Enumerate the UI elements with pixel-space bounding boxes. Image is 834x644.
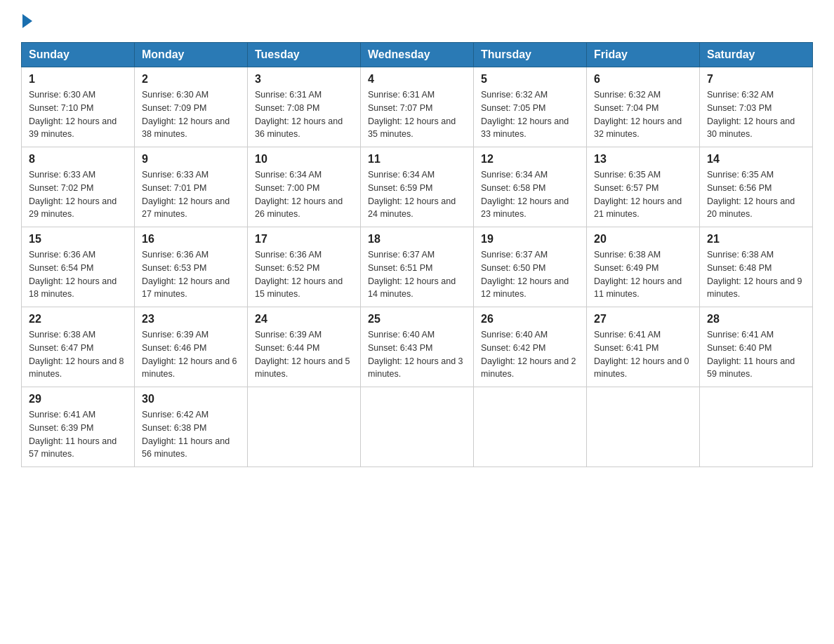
day-info: Sunrise: 6:40 AMSunset: 6:42 PMDaylight:… [481,328,579,381]
calendar-cell: 6 Sunrise: 6:32 AMSunset: 7:04 PMDayligh… [587,67,700,147]
day-info: Sunrise: 6:39 AMSunset: 6:46 PMDaylight:… [142,328,240,381]
day-info: Sunrise: 6:34 AMSunset: 6:59 PMDaylight:… [368,168,466,221]
day-info: Sunrise: 6:36 AMSunset: 6:54 PMDaylight:… [29,248,127,301]
day-number: 6 [594,73,692,86]
page-header [21,14,813,28]
day-number: 8 [29,153,127,166]
calendar-cell: 9 Sunrise: 6:33 AMSunset: 7:01 PMDayligh… [135,147,248,227]
day-number: 25 [368,313,466,326]
calendar-cell: 28 Sunrise: 6:41 AMSunset: 6:40 PMDaylig… [700,307,813,387]
calendar-cell: 21 Sunrise: 6:38 AMSunset: 6:48 PMDaylig… [700,227,813,307]
calendar-table: SundayMondayTuesdayWednesdayThursdayFrid… [21,42,813,467]
calendar-cell: 7 Sunrise: 6:32 AMSunset: 7:03 PMDayligh… [700,67,813,147]
day-number: 11 [368,153,466,166]
calendar-cell [361,387,474,467]
day-number: 4 [368,73,466,86]
header-day-tuesday: Tuesday [248,43,361,67]
day-info: Sunrise: 6:34 AMSunset: 7:00 PMDaylight:… [255,168,353,221]
day-info: Sunrise: 6:39 AMSunset: 6:44 PMDaylight:… [255,328,353,381]
logo [21,14,32,28]
calendar-cell: 20 Sunrise: 6:38 AMSunset: 6:49 PMDaylig… [587,227,700,307]
day-number: 30 [142,393,240,405]
day-number: 27 [594,313,692,326]
header-day-friday: Friday [587,43,700,67]
week-row-1: 1 Sunrise: 6:30 AMSunset: 7:10 PMDayligh… [22,67,813,147]
calendar-cell: 10 Sunrise: 6:34 AMSunset: 7:00 PMDaylig… [248,147,361,227]
calendar-cell: 2 Sunrise: 6:30 AMSunset: 7:09 PMDayligh… [135,67,248,147]
calendar-cell: 29 Sunrise: 6:41 AMSunset: 6:39 PMDaylig… [22,387,135,467]
day-info: Sunrise: 6:37 AMSunset: 6:50 PMDaylight:… [481,248,579,301]
calendar-cell: 11 Sunrise: 6:34 AMSunset: 6:59 PMDaylig… [361,147,474,227]
day-number: 15 [29,233,127,246]
day-number: 16 [142,233,240,246]
day-info: Sunrise: 6:37 AMSunset: 6:51 PMDaylight:… [368,248,466,301]
calendar-cell: 12 Sunrise: 6:34 AMSunset: 6:58 PMDaylig… [474,147,587,227]
header-day-thursday: Thursday [474,43,587,67]
day-info: Sunrise: 6:30 AMSunset: 7:10 PMDaylight:… [29,88,127,141]
day-number: 20 [594,233,692,246]
calendar-cell [248,387,361,467]
day-number: 10 [255,153,353,166]
week-row-2: 8 Sunrise: 6:33 AMSunset: 7:02 PMDayligh… [22,147,813,227]
day-info: Sunrise: 6:41 AMSunset: 6:39 PMDaylight:… [29,408,127,461]
calendar-cell: 3 Sunrise: 6:31 AMSunset: 7:08 PMDayligh… [248,67,361,147]
day-number: 14 [707,153,805,166]
week-row-4: 22 Sunrise: 6:38 AMSunset: 6:47 PMDaylig… [22,307,813,387]
day-info: Sunrise: 6:42 AMSunset: 6:38 PMDaylight:… [142,408,240,461]
calendar-cell: 16 Sunrise: 6:36 AMSunset: 6:53 PMDaylig… [135,227,248,307]
header-day-wednesday: Wednesday [361,43,474,67]
calendar-cell: 18 Sunrise: 6:37 AMSunset: 6:51 PMDaylig… [361,227,474,307]
calendar-cell: 27 Sunrise: 6:41 AMSunset: 6:41 PMDaylig… [587,307,700,387]
logo-triangle-icon [22,14,32,28]
header-day-saturday: Saturday [700,43,813,67]
day-number: 21 [707,233,805,246]
header-row: SundayMondayTuesdayWednesdayThursdayFrid… [22,43,813,67]
day-number: 5 [481,73,579,86]
calendar-cell: 5 Sunrise: 6:32 AMSunset: 7:05 PMDayligh… [474,67,587,147]
calendar-cell: 26 Sunrise: 6:40 AMSunset: 6:42 PMDaylig… [474,307,587,387]
day-info: Sunrise: 6:31 AMSunset: 7:07 PMDaylight:… [368,88,466,141]
week-row-5: 29 Sunrise: 6:41 AMSunset: 6:39 PMDaylig… [22,387,813,467]
calendar-cell: 17 Sunrise: 6:36 AMSunset: 6:52 PMDaylig… [248,227,361,307]
calendar-cell: 23 Sunrise: 6:39 AMSunset: 6:46 PMDaylig… [135,307,248,387]
day-info: Sunrise: 6:32 AMSunset: 7:05 PMDaylight:… [481,88,579,141]
day-info: Sunrise: 6:35 AMSunset: 6:57 PMDaylight:… [594,168,692,221]
day-number: 1 [29,73,127,86]
calendar-cell: 1 Sunrise: 6:30 AMSunset: 7:10 PMDayligh… [22,67,135,147]
day-number: 24 [255,313,353,326]
day-number: 13 [594,153,692,166]
day-info: Sunrise: 6:30 AMSunset: 7:09 PMDaylight:… [142,88,240,141]
calendar-cell: 25 Sunrise: 6:40 AMSunset: 6:43 PMDaylig… [361,307,474,387]
calendar-cell: 24 Sunrise: 6:39 AMSunset: 6:44 PMDaylig… [248,307,361,387]
day-info: Sunrise: 6:33 AMSunset: 7:01 PMDaylight:… [142,168,240,221]
day-info: Sunrise: 6:38 AMSunset: 6:49 PMDaylight:… [594,248,692,301]
calendar-cell [474,387,587,467]
day-info: Sunrise: 6:40 AMSunset: 6:43 PMDaylight:… [368,328,466,381]
day-info: Sunrise: 6:38 AMSunset: 6:47 PMDaylight:… [29,328,127,381]
day-number: 9 [142,153,240,166]
calendar-cell: 30 Sunrise: 6:42 AMSunset: 6:38 PMDaylig… [135,387,248,467]
day-info: Sunrise: 6:31 AMSunset: 7:08 PMDaylight:… [255,88,353,141]
calendar-cell: 19 Sunrise: 6:37 AMSunset: 6:50 PMDaylig… [474,227,587,307]
calendar-cell: 14 Sunrise: 6:35 AMSunset: 6:56 PMDaylig… [700,147,813,227]
calendar-cell: 22 Sunrise: 6:38 AMSunset: 6:47 PMDaylig… [22,307,135,387]
header-day-monday: Monday [135,43,248,67]
day-number: 17 [255,233,353,246]
day-info: Sunrise: 6:36 AMSunset: 6:53 PMDaylight:… [142,248,240,301]
day-number: 29 [29,393,127,405]
week-row-3: 15 Sunrise: 6:36 AMSunset: 6:54 PMDaylig… [22,227,813,307]
day-number: 2 [142,73,240,86]
day-info: Sunrise: 6:32 AMSunset: 7:03 PMDaylight:… [707,88,805,141]
calendar-cell [700,387,813,467]
calendar-cell: 15 Sunrise: 6:36 AMSunset: 6:54 PMDaylig… [22,227,135,307]
day-number: 3 [255,73,353,86]
day-info: Sunrise: 6:33 AMSunset: 7:02 PMDaylight:… [29,168,127,221]
day-info: Sunrise: 6:34 AMSunset: 6:58 PMDaylight:… [481,168,579,221]
calendar-cell: 8 Sunrise: 6:33 AMSunset: 7:02 PMDayligh… [22,147,135,227]
day-number: 19 [481,233,579,246]
day-number: 22 [29,313,127,326]
day-info: Sunrise: 6:41 AMSunset: 6:41 PMDaylight:… [594,328,692,381]
day-info: Sunrise: 6:32 AMSunset: 7:04 PMDaylight:… [594,88,692,141]
day-info: Sunrise: 6:35 AMSunset: 6:56 PMDaylight:… [707,168,805,221]
calendar-cell: 4 Sunrise: 6:31 AMSunset: 7:07 PMDayligh… [361,67,474,147]
